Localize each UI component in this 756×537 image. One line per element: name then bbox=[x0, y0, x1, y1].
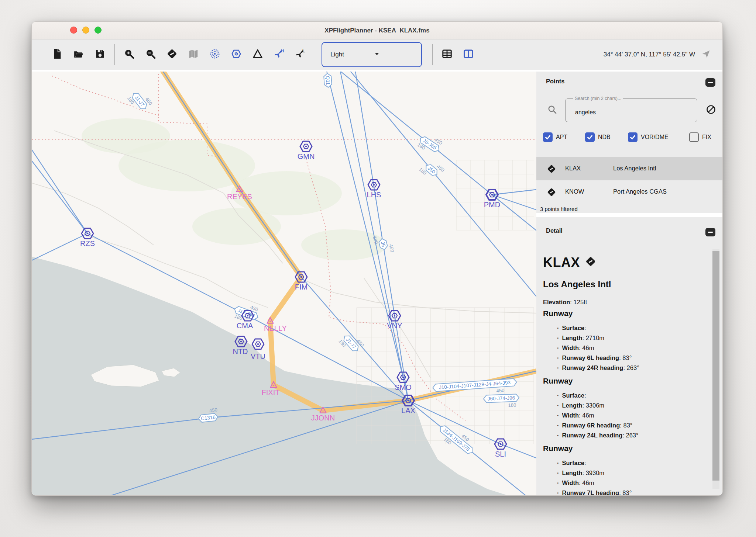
runway-block: RunwaySurface: Length: 3306mWidth: 46mRu… bbox=[543, 376, 707, 440]
runway-attribute: Length: 2710m bbox=[557, 333, 707, 343]
result-row-know[interactable]: KNOWPort Angeles CGAS bbox=[536, 180, 723, 204]
fix-label: FIXIT bbox=[262, 388, 280, 396]
search-input-value: angeles bbox=[575, 109, 596, 116]
cursor-coordinates: 34° 44' 37.0" N, 117° 55' 42.5" W bbox=[604, 51, 695, 58]
save-file-icon bbox=[94, 48, 106, 61]
point-type-filters: APTNDBVOR/DMEFIX bbox=[536, 132, 723, 147]
side-panel-button[interactable] bbox=[458, 44, 479, 65]
result-code: KNOW bbox=[565, 188, 584, 195]
result-code: KLAX bbox=[565, 165, 581, 172]
zoom-out-icon bbox=[145, 48, 156, 61]
runway-attribute: Runway 6L heading: 83° bbox=[557, 353, 707, 363]
map-background-button[interactable] bbox=[183, 44, 204, 65]
points-panel: Points Search (min 2 chars)... angeles A… bbox=[536, 72, 723, 213]
flight-map[interactable]: J1-J7450180J1-J7450180Q11J5450180J6-J654… bbox=[32, 72, 536, 496]
search-input[interactable]: Search (min 2 chars)... angeles bbox=[565, 98, 697, 122]
vor-label: FIM bbox=[295, 283, 307, 291]
filter-checkbox-fix[interactable]: FIX bbox=[689, 132, 711, 142]
runway-attribute: Runway 24L heading: 263° bbox=[557, 430, 707, 440]
airport-button[interactable] bbox=[161, 44, 183, 65]
filter-checkbox-ndb[interactable]: NDB bbox=[585, 132, 611, 142]
ndb-button[interactable] bbox=[226, 44, 247, 65]
runway-attribute: Runway 6R heading: 83° bbox=[557, 420, 707, 430]
app-window: XPFlightPlanner - KSEA_KLAX.fms HLLight3… bbox=[31, 21, 723, 496]
airway-low-button[interactable]: L bbox=[290, 44, 311, 65]
clear-search-icon[interactable] bbox=[706, 104, 716, 116]
runway-attribute: Runway 7L heading: 83° bbox=[557, 488, 707, 496]
vor-label: VTU bbox=[251, 352, 265, 360]
vor-label: VNY bbox=[387, 322, 402, 330]
runway-heading: Runway bbox=[543, 376, 707, 386]
main-content: J1-J7450180J1-J7450180Q11J5450180J6-J654… bbox=[32, 70, 722, 495]
zoom-in-button[interactable] bbox=[118, 44, 140, 65]
filter-label: APT bbox=[556, 134, 567, 141]
navigate-button[interactable] bbox=[695, 44, 717, 65]
title-bar: XPFlightPlanner - KSEA_KLAX.fms bbox=[32, 22, 722, 39]
runway-block: RunwaySurface: Length: 2710mWidth: 46mRu… bbox=[543, 308, 707, 373]
filter-checkbox-vor-dme[interactable]: VOR/DME bbox=[628, 132, 669, 142]
map-canvas[interactable]: J1-J7450180J1-J7450180Q11J5450180J6-J654… bbox=[32, 72, 536, 496]
new-file-button[interactable] bbox=[47, 44, 68, 65]
filter-checkbox-apt[interactable]: APT bbox=[543, 132, 567, 142]
vor-label: SMO bbox=[395, 383, 412, 391]
svg-text:180: 180 bbox=[508, 402, 516, 408]
airport-icon bbox=[585, 255, 596, 270]
svg-text:Q11: Q11 bbox=[325, 76, 331, 85]
fix-label: NELLY bbox=[264, 324, 287, 332]
zoom-in-icon bbox=[124, 48, 135, 61]
points-filtered-count: 3 points filtered bbox=[540, 206, 578, 212]
vor-label: GMN bbox=[298, 152, 315, 160]
airway-high-button[interactable]: H bbox=[268, 44, 290, 65]
runway-list: RunwaySurface: Length: 2710mWidth: 46mRu… bbox=[543, 308, 707, 496]
toolbar-separator bbox=[114, 44, 115, 65]
filter-label: FIX bbox=[702, 134, 711, 141]
airport-icon bbox=[547, 187, 556, 198]
checkbox-checked-icon bbox=[543, 132, 553, 142]
runway-block: RunwaySurface: Length: 3930mWidth: 46mRu… bbox=[543, 443, 707, 496]
points-collapse-button[interactable] bbox=[705, 78, 715, 87]
fix-icon bbox=[252, 48, 263, 61]
detail-collapse-button[interactable] bbox=[705, 228, 715, 236]
vor-button[interactable] bbox=[204, 44, 226, 65]
detail-body: KLAX Los Angeles Intl Elevation: 125ft R… bbox=[543, 255, 707, 496]
airport-elevation: Elevation: 125ft bbox=[543, 297, 707, 307]
runway-attribute: Surface: bbox=[557, 391, 707, 401]
airway-badge: Q11 bbox=[324, 73, 332, 87]
runway-attribute: Width: 46m bbox=[557, 343, 707, 353]
svg-text:450: 450 bbox=[496, 387, 505, 393]
side-panel-icon bbox=[463, 48, 474, 61]
fix-button[interactable] bbox=[247, 44, 268, 65]
detail-panel-title: Detail bbox=[546, 227, 563, 234]
open-file-button[interactable] bbox=[68, 44, 89, 65]
checkbox-checked-icon bbox=[628, 132, 638, 142]
runway-attribute: Length: 3930m bbox=[557, 468, 707, 478]
scrollbar-thumb[interactable] bbox=[712, 251, 719, 481]
airport-name: Los Angeles Intl bbox=[543, 279, 707, 290]
open-file-icon bbox=[73, 48, 84, 61]
detail-scrollbar[interactable] bbox=[712, 249, 719, 489]
map-style-select[interactable]: Light bbox=[322, 42, 422, 67]
save-file-button[interactable] bbox=[89, 44, 111, 65]
search-results: KLAXLos Angeles IntlKNOWPort Angeles CGA… bbox=[536, 157, 723, 204]
airport-icon bbox=[166, 48, 178, 61]
runway-attribute: Width: 46m bbox=[557, 478, 707, 488]
vor-label: LAX bbox=[401, 406, 415, 415]
vor-label: PMD bbox=[484, 201, 500, 209]
airport-icon bbox=[547, 164, 556, 175]
map-background-icon bbox=[188, 48, 199, 61]
filter-label: VOR/DME bbox=[641, 134, 669, 141]
runway-attribute: Runway 24R heading: 263° bbox=[557, 363, 707, 373]
airway-low-icon: L bbox=[295, 48, 306, 61]
vor-label: RZS bbox=[80, 239, 95, 247]
fix-label: JJONN bbox=[311, 414, 335, 422]
filter-label: NDB bbox=[598, 134, 611, 141]
airport-code-heading: KLAX bbox=[543, 255, 707, 270]
zoom-out-button[interactable] bbox=[140, 44, 161, 65]
search-icon bbox=[547, 105, 557, 116]
flight-plan-table-icon bbox=[441, 48, 453, 61]
flight-plan-table-button[interactable] bbox=[436, 44, 458, 65]
result-row-klax[interactable]: KLAXLos Angeles Intl bbox=[536, 157, 723, 180]
terrain-green-area bbox=[82, 118, 170, 154]
detail-panel: Detail KLAX Los Angeles Intl Elevation: … bbox=[536, 217, 723, 496]
new-file-icon bbox=[52, 48, 63, 61]
